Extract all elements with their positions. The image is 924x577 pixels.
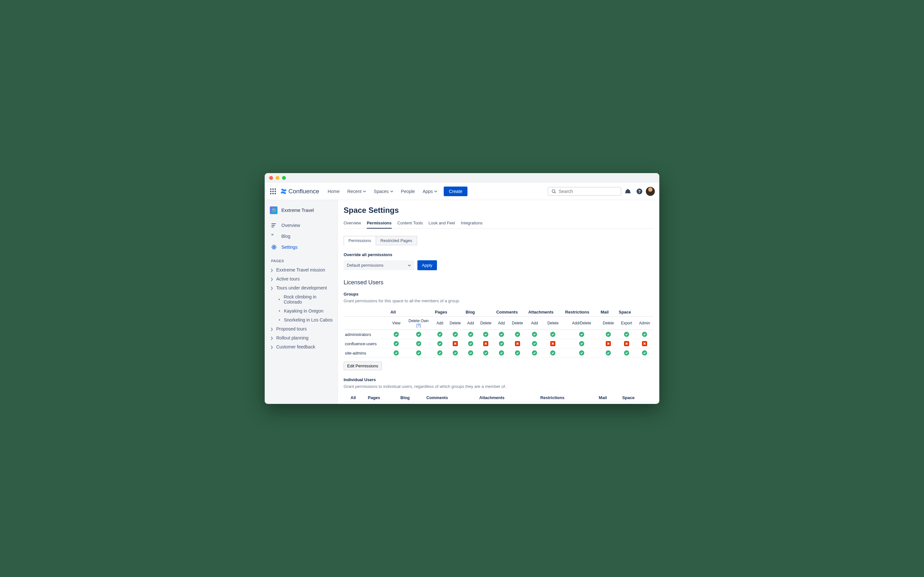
user-avatar[interactable]	[646, 187, 655, 196]
x-icon	[642, 341, 647, 346]
group-name: administrators	[344, 330, 389, 339]
app-switcher-icon[interactable]	[268, 186, 278, 197]
nav-recent[interactable]: Recent	[344, 187, 369, 196]
check-icon	[515, 350, 520, 356]
tab-overview[interactable]: Overview	[344, 218, 361, 229]
individual-users-desc: Grant permissions to individual users, r…	[344, 384, 654, 389]
tree-item[interactable]: •Kayaking in Oregon	[276, 306, 334, 316]
chevron-down-icon	[390, 190, 393, 193]
x-icon	[453, 341, 458, 346]
svg-text:”: ”	[271, 234, 274, 239]
check-icon	[515, 332, 520, 337]
check-icon	[579, 350, 584, 356]
space-icon: 🛸	[270, 206, 278, 214]
svg-point-9	[552, 189, 555, 192]
x-icon	[515, 341, 520, 346]
override-select[interactable]: Default permissions	[344, 260, 414, 270]
tree-item[interactable]: ❯Rollout planning	[268, 334, 334, 342]
subcol-delete: Delete	[477, 317, 495, 330]
svg-rect-5	[275, 191, 276, 192]
check-icon	[532, 332, 537, 337]
permission-cell	[477, 330, 495, 339]
sidebar-settings[interactable]: Settings	[268, 242, 334, 253]
window-zoom-button[interactable]	[282, 176, 286, 180]
permission-cell	[495, 330, 508, 339]
subtab-permissions[interactable]: Permissions	[344, 236, 376, 245]
individual-users-title: Individual Users	[344, 377, 654, 382]
check-icon	[416, 350, 421, 356]
bullet-icon: •	[277, 308, 282, 314]
tab-permissions[interactable]: Permissions	[367, 218, 391, 229]
window-close-button[interactable]	[269, 176, 273, 180]
check-icon	[453, 350, 458, 356]
permission-cell	[464, 348, 477, 358]
create-button[interactable]: Create	[444, 187, 467, 196]
nav-apps[interactable]: Apps	[419, 187, 441, 196]
x-icon	[624, 341, 629, 346]
help-icon[interactable]: ?	[634, 186, 645, 197]
help-link[interactable]: [?]	[405, 323, 433, 327]
subtab-restricted[interactable]: Restricted Pages	[376, 236, 417, 245]
col-restrictions: Restrictions	[564, 308, 599, 317]
tree-item[interactable]: •Rock climbing in Colorado	[276, 292, 334, 306]
blog-icon: ”	[271, 234, 277, 239]
table-row: confluence-users	[344, 339, 654, 348]
tab-content-tools[interactable]: Content Tools	[397, 218, 423, 229]
permission-cell	[464, 339, 477, 348]
bullet-icon: •	[277, 297, 282, 302]
permission-cell	[477, 339, 495, 348]
subcol-delete-own: Delete Own[?]	[404, 317, 434, 330]
check-icon	[532, 350, 537, 356]
check-icon	[532, 341, 537, 346]
x-icon	[550, 341, 556, 346]
permission-cell	[404, 348, 434, 358]
permission-cell	[527, 330, 542, 339]
check-icon	[416, 341, 421, 346]
search-box[interactable]	[548, 187, 622, 196]
tab-integrations[interactable]: Integrations	[461, 218, 483, 229]
permission-cell	[527, 348, 542, 358]
search-input[interactable]	[559, 189, 618, 194]
col-comments: Comments	[495, 308, 527, 317]
tab-look-and-feel[interactable]: Look and Feel	[429, 218, 455, 229]
subcol-delete: Delete	[508, 317, 527, 330]
check-icon	[550, 350, 556, 356]
space-header[interactable]: 🛸 Exxtreme Travel	[268, 206, 334, 220]
notifications-icon[interactable]	[623, 186, 633, 197]
svg-rect-3	[270, 191, 271, 192]
apply-button[interactable]: Apply	[417, 260, 437, 270]
subcol-admin: Admin	[636, 317, 654, 330]
tree-item[interactable]: •Snorkeling in Los Cabos	[276, 316, 334, 324]
tree-item[interactable]: ❯Exxtreme Travel mission	[268, 266, 334, 274]
edit-permissions-button[interactable]: Edit Permissions	[344, 362, 382, 370]
individual-permissions-table: All Pages Blog Comments Attachments Rest…	[344, 393, 654, 402]
sidebar-blog[interactable]: ” Blog	[268, 231, 334, 242]
nav-home[interactable]: Home	[325, 187, 342, 196]
sidebar-overview[interactable]: Overview	[268, 220, 334, 231]
permission-cell	[434, 348, 446, 358]
table-row: site-admins	[344, 348, 654, 358]
check-icon	[579, 341, 584, 346]
permission-cell	[404, 339, 434, 348]
chevron-down-icon	[408, 264, 411, 267]
tree-item[interactable]: ❯Tours under development	[268, 284, 334, 292]
svg-text:?: ?	[638, 189, 641, 194]
tree-item[interactable]: ❯Active tours	[268, 274, 334, 284]
check-icon	[550, 332, 556, 337]
main-content: Space Settings Overview Permissions Cont…	[338, 200, 659, 404]
top-nav: Confluence Home Recent Spaces People App…	[265, 183, 659, 200]
product-logo[interactable]: Confluence	[280, 188, 319, 195]
nav-people[interactable]: People	[398, 187, 418, 196]
permission-cell	[618, 330, 636, 339]
check-icon	[394, 332, 399, 337]
permission-cell	[446, 330, 465, 339]
svg-rect-2	[275, 189, 276, 190]
permission-cell	[636, 330, 654, 339]
nav-spaces[interactable]: Spaces	[371, 187, 397, 196]
chevron-right-icon: ❯	[269, 268, 274, 272]
groups-title: Groups	[344, 292, 654, 297]
tree-item[interactable]: ❯Customer feedback	[268, 342, 334, 351]
col-pages: Pages	[434, 308, 465, 317]
window-minimize-button[interactable]	[276, 176, 279, 180]
tree-item[interactable]: ❯Proposed tours	[268, 324, 334, 334]
